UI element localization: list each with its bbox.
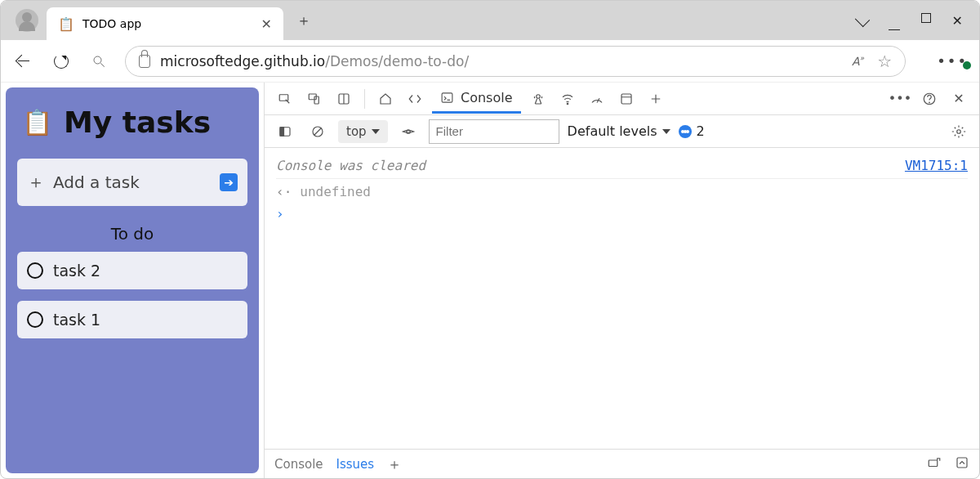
address-bar: microsoftedge.github.io/Demos/demo-to-do… (1, 40, 979, 83)
add-task-placeholder: Add a task (53, 172, 140, 192)
svg-line-19 (314, 128, 322, 135)
svg-rect-10 (621, 94, 631, 104)
log-levels-label: Default levels (568, 123, 657, 139)
task-checkbox[interactable] (27, 311, 43, 328)
console-prompt-icon[interactable]: › (276, 206, 284, 222)
svg-point-9 (567, 103, 568, 105)
todo-app: 📋 My tasks ＋ Add a task ➔ To do task 2 t… (6, 87, 259, 473)
tab-favicon-icon: 📋 (58, 16, 74, 32)
svg-point-8 (536, 94, 540, 98)
task-label: task 1 (53, 311, 100, 329)
log-levels-selector[interactable]: Default levels (568, 123, 670, 139)
task-item[interactable]: task 2 (17, 252, 247, 289)
filter-input[interactable] (429, 119, 559, 144)
close-devtools-icon[interactable]: ✕ (947, 87, 971, 111)
svg-rect-2 (279, 94, 288, 101)
profile-avatar[interactable] (16, 9, 38, 32)
devtools-toolbar: Console ••• ✕ (265, 83, 979, 115)
task-checkbox[interactable] (27, 262, 43, 279)
clipboard-icon: 📋 (22, 108, 52, 137)
chevron-down-icon[interactable] (858, 13, 867, 29)
console-subbar: top Default levels 2 (265, 115, 979, 148)
more-tabs-button[interactable] (644, 87, 668, 111)
svg-rect-7 (442, 92, 452, 101)
window-controls: ✕ (858, 13, 979, 29)
url-text: microsoftedge.github.io/Demos/demo-to-do… (160, 53, 469, 69)
task-label: task 2 (53, 262, 100, 280)
issue-dot-icon (679, 125, 692, 138)
reload-button[interactable] (50, 50, 73, 73)
svg-rect-23 (957, 458, 967, 468)
svg-point-15 (929, 102, 930, 103)
tab-title: TODO app (82, 17, 253, 30)
devtools-panel: Console ••• ✕ top Default levels (264, 83, 979, 478)
issues-counter[interactable]: 2 (679, 123, 705, 139)
search-icon[interactable] (87, 50, 110, 73)
performance-tab-icon[interactable] (585, 87, 609, 111)
issues-count: 2 (697, 123, 705, 139)
close-window-button[interactable]: ✕ (952, 13, 963, 29)
dock-side-icon[interactable] (332, 87, 356, 111)
return-arrow-icon: ‹· (276, 184, 292, 199)
clear-console-icon[interactable] (305, 119, 330, 144)
welcome-tab-icon[interactable] (373, 87, 398, 111)
device-emulation-icon[interactable] (302, 87, 327, 111)
read-aloud-icon[interactable]: A» (852, 54, 864, 68)
console-tab-label: Console (461, 90, 513, 105)
help-icon[interactable] (917, 87, 942, 111)
browser-titlebar: 📋 TODO app ✕ ＋ ✕ (1, 1, 979, 40)
live-expression-icon[interactable] (396, 119, 421, 144)
settings-menu-button[interactable]: ••• (937, 52, 968, 69)
back-button[interactable] (12, 50, 35, 73)
submit-task-button[interactable]: ➔ (220, 173, 238, 191)
tab-close-icon[interactable]: ✕ (261, 16, 272, 32)
console-message: Console was cleared (276, 158, 897, 173)
favorite-icon[interactable]: ☆ (877, 51, 892, 71)
toggle-sidebar-icon[interactable] (273, 119, 297, 144)
elements-tab-icon[interactable] (403, 87, 427, 111)
maximize-button[interactable] (921, 13, 931, 23)
drawer-tab-console[interactable]: Console (274, 457, 323, 472)
console-output[interactable]: Console was cleared VM1715:1 ‹· undefine… (265, 148, 979, 449)
add-task-input[interactable]: ＋ Add a task ➔ (17, 159, 247, 206)
chevron-down-icon (662, 129, 670, 134)
omnibox[interactable]: microsoftedge.github.io/Demos/demo-to-do… (125, 46, 906, 77)
inspect-element-icon[interactable] (273, 87, 297, 111)
console-source-link[interactable]: VM1715:1 (905, 158, 968, 173)
lock-icon (139, 55, 150, 68)
network-tab-icon[interactable] (555, 87, 580, 111)
svg-line-1 (100, 63, 105, 67)
computed-styles-icon[interactable] (927, 455, 942, 473)
context-selector[interactable]: top (338, 120, 388, 143)
todo-title: My tasks (64, 105, 211, 139)
sources-tab-icon[interactable] (526, 87, 550, 111)
drawer-add-tab[interactable]: ＋ (387, 454, 402, 474)
devtools-drawer: Console Issues ＋ (265, 449, 979, 478)
svg-rect-17 (280, 127, 284, 136)
todo-section-heading: To do (17, 224, 247, 244)
new-tab-button[interactable]: ＋ (292, 8, 316, 33)
svg-point-0 (94, 56, 101, 64)
drawer-dock-icon[interactable] (955, 455, 969, 473)
console-tab[interactable]: Console (432, 84, 521, 114)
application-tab-icon[interactable] (614, 87, 639, 111)
console-settings-icon[interactable] (947, 119, 971, 144)
console-return-value: undefined (300, 184, 371, 199)
browser-tab[interactable]: 📋 TODO app ✕ (47, 7, 283, 40)
task-item[interactable]: task 1 (17, 301, 247, 338)
drawer-tab-issues[interactable]: Issues (336, 457, 375, 472)
minimize-button[interactable] (889, 15, 900, 30)
plus-icon: ＋ (27, 170, 45, 195)
more-tools-icon[interactable]: ••• (888, 87, 912, 111)
svg-point-21 (957, 129, 961, 133)
svg-rect-22 (929, 460, 938, 467)
chevron-down-icon (372, 129, 380, 134)
context-label: top (346, 124, 367, 139)
